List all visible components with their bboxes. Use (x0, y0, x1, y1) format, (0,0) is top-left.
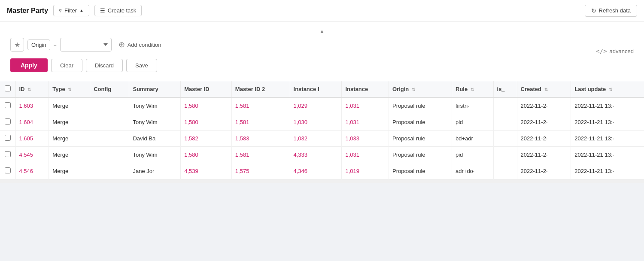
row-checkbox-1[interactable] (5, 118, 11, 124)
cell-instance2: 1,031 (342, 147, 389, 163)
cell-master_id: 4,539 (181, 163, 232, 179)
cell-origin: Proposal rule (389, 163, 452, 179)
cell-summary: Jane Jor (129, 163, 181, 179)
filter-button[interactable]: ▿ Filter ▲ (53, 5, 89, 16)
cell-master_id: 1,580 (181, 147, 232, 163)
save-button[interactable]: Save (126, 59, 157, 72)
filter-label: Filter (64, 7, 77, 14)
cell-summary: David Ba (129, 130, 181, 147)
data-table-container: ID ⇅ Type ⇅ Config Summary Master ID Mas… (0, 81, 644, 183)
col-last-update: Last update ⇅ (571, 81, 644, 97)
app-title: Master Party (7, 7, 48, 15)
row-checkbox-2[interactable] (5, 135, 11, 141)
cell-master_id2: 1,575 (231, 163, 290, 179)
sort-id-icon[interactable]: ⇅ (27, 87, 31, 92)
table-row: 1,603MergeTony Wim1,5801,5811,0291,031Pr… (0, 97, 644, 114)
cell-rule: adr+do· (452, 163, 494, 179)
cell-created: 2022-11-2· (517, 163, 571, 179)
row-checkbox-cell (0, 147, 15, 163)
cell-master_id2: 1,581 (231, 147, 290, 163)
cell-origin: Proposal rule (389, 114, 452, 130)
cell-type: Merge (49, 130, 90, 147)
col-instance1: Instance I (290, 81, 342, 97)
cell-summary: Tony Wim (129, 147, 181, 163)
cell-is_ (493, 147, 517, 163)
clear-button[interactable]: Clear (51, 59, 82, 72)
filter-icon: ▿ (59, 7, 62, 14)
sort-created-icon[interactable]: ⇅ (544, 87, 548, 92)
row-checkbox-cell (0, 130, 15, 147)
refresh-label: Refresh data (599, 7, 631, 14)
advanced-button[interactable]: </> advanced (596, 48, 634, 55)
star-icon: ★ (14, 41, 20, 49)
star-favorite-button[interactable]: ★ (10, 38, 24, 52)
row-checkbox-4[interactable] (5, 167, 11, 173)
col-rule: Rule ⇅ (452, 81, 494, 97)
cell-config (90, 114, 129, 130)
arrow-up-icon: ▲ (319, 28, 325, 34)
cell-origin: Proposal rule (389, 147, 452, 163)
col-origin: Origin ⇅ (389, 81, 452, 97)
table-body: 1,603MergeTony Wim1,5801,5811,0291,031Pr… (0, 97, 644, 179)
refresh-button[interactable]: ↻ Refresh data (585, 5, 637, 17)
list-icon: ☰ (100, 7, 105, 14)
cell-last_update: 2022-11-21 13:· (571, 147, 644, 163)
filter-row: ★ Origin = Proposal rule Manual ⊕ Add co… (10, 38, 634, 52)
sort-type-icon[interactable]: ⇅ (68, 87, 71, 92)
cell-last_update: 2022-11-21 13:· (571, 114, 644, 130)
cell-origin: Proposal rule (389, 130, 452, 147)
row-checkbox-0[interactable] (5, 102, 11, 108)
col-master-id: Master ID (181, 81, 232, 97)
col-master-id2: Master ID 2 (231, 81, 290, 97)
col-created: Created ⇅ (517, 81, 571, 97)
cell-id: 4,546 (15, 163, 49, 179)
col-instance2: Instance (342, 81, 389, 97)
table-row: 1,605MergeDavid Ba1,5821,5831,0321,033Pr… (0, 130, 644, 147)
add-condition-button[interactable]: ⊕ Add condition (115, 38, 165, 51)
cell-config (90, 163, 129, 179)
cell-master_id: 1,580 (181, 97, 232, 114)
cell-last_update: 2022-11-21 13:· (571, 97, 644, 114)
col-id: ID ⇅ (15, 81, 49, 97)
cell-instance2: 1,031 (342, 97, 389, 114)
cell-config (90, 130, 129, 147)
cell-last_update: 2022-11-21 13:· (571, 163, 644, 179)
sort-lastupdate-icon[interactable]: ⇅ (609, 87, 612, 92)
cell-master_id: 1,580 (181, 114, 232, 130)
horizontal-scrollbar[interactable] (0, 179, 644, 183)
cell-master_id: 1,582 (181, 130, 232, 147)
sort-rule-icon[interactable]: ⇅ (471, 87, 474, 92)
row-checkbox-cell (0, 97, 15, 114)
table-row: 4,546MergeJane Jor4,5391,5754,3461,019Pr… (0, 163, 644, 179)
table-header: ID ⇅ Type ⇅ Config Summary Master ID Mas… (0, 81, 644, 97)
sort-origin-icon[interactable]: ⇅ (412, 87, 415, 92)
select-all-checkbox[interactable] (5, 85, 11, 91)
cell-instance1: 4,333 (290, 147, 342, 163)
add-condition-label: Add condition (128, 42, 161, 48)
cell-instance1: 1,032 (290, 130, 342, 147)
row-checkbox-cell (0, 163, 15, 179)
cell-last_update: 2022-11-21 13:· (571, 130, 644, 147)
cell-summary: Tony Wim (129, 114, 181, 130)
cell-is_ (493, 97, 517, 114)
cell-rule: firstn· (452, 97, 494, 114)
filter-value-select[interactable]: Proposal rule Manual (60, 38, 112, 52)
refresh-icon: ↻ (591, 7, 596, 14)
cell-id: 1,605 (15, 130, 49, 147)
discard-button[interactable]: Discard (86, 59, 123, 72)
row-checkbox-3[interactable] (5, 151, 11, 157)
cell-type: Merge (49, 114, 90, 130)
data-table: ID ⇅ Type ⇅ Config Summary Master ID Mas… (0, 81, 644, 179)
table-row: 4,545MergeTony Wim1,5801,5814,3331,031Pr… (0, 147, 644, 163)
col-config: Config (90, 81, 129, 97)
cell-created: 2022-11-2· (517, 97, 571, 114)
row-checkbox-cell (0, 114, 15, 130)
action-row: Apply Clear Discard Save (10, 58, 634, 72)
cell-created: 2022-11-2· (517, 147, 571, 163)
apply-button[interactable]: Apply (10, 58, 48, 72)
cell-summary: Tony Wim (129, 97, 181, 114)
cell-created: 2022-11-2· (517, 130, 571, 147)
cell-type: Merge (49, 163, 90, 179)
cell-instance1: 1,029 (290, 97, 342, 114)
create-task-button[interactable]: ☰ Create task (94, 5, 142, 16)
